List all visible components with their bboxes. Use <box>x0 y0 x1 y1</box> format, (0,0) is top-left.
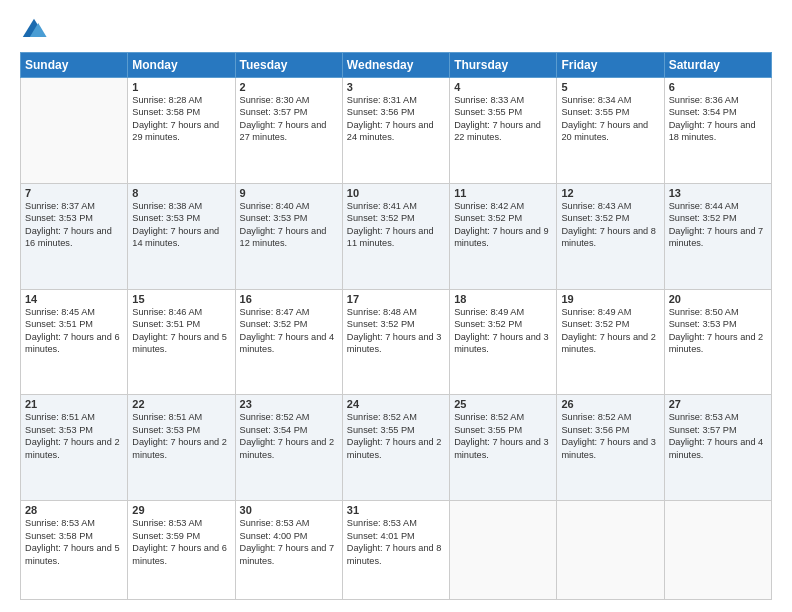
day-number: 5 <box>561 81 659 93</box>
calendar-body: 1Sunrise: 8:28 AMSunset: 3:58 PMDaylight… <box>21 78 772 600</box>
day-info: Sunrise: 8:43 AMSunset: 3:52 PMDaylight:… <box>561 200 659 250</box>
calendar-cell: 15Sunrise: 8:46 AMSunset: 3:51 PMDayligh… <box>128 289 235 395</box>
calendar-week-row: 21Sunrise: 8:51 AMSunset: 3:53 PMDayligh… <box>21 395 772 501</box>
calendar-cell: 3Sunrise: 8:31 AMSunset: 3:56 PMDaylight… <box>342 78 449 184</box>
day-number: 13 <box>669 187 767 199</box>
day-number: 2 <box>240 81 338 93</box>
day-number: 11 <box>454 187 552 199</box>
calendar-cell: 30Sunrise: 8:53 AMSunset: 4:00 PMDayligh… <box>235 501 342 600</box>
calendar-cell: 12Sunrise: 8:43 AMSunset: 3:52 PMDayligh… <box>557 183 664 289</box>
calendar-cell: 5Sunrise: 8:34 AMSunset: 3:55 PMDaylight… <box>557 78 664 184</box>
day-number: 18 <box>454 293 552 305</box>
calendar-cell: 21Sunrise: 8:51 AMSunset: 3:53 PMDayligh… <box>21 395 128 501</box>
calendar-cell: 28Sunrise: 8:53 AMSunset: 3:58 PMDayligh… <box>21 501 128 600</box>
day-number: 21 <box>25 398 123 410</box>
weekday-header: Wednesday <box>342 53 449 78</box>
calendar-cell: 4Sunrise: 8:33 AMSunset: 3:55 PMDaylight… <box>450 78 557 184</box>
calendar-cell: 25Sunrise: 8:52 AMSunset: 3:55 PMDayligh… <box>450 395 557 501</box>
day-number: 16 <box>240 293 338 305</box>
calendar-cell: 20Sunrise: 8:50 AMSunset: 3:53 PMDayligh… <box>664 289 771 395</box>
day-info: Sunrise: 8:52 AMSunset: 3:55 PMDaylight:… <box>347 411 445 461</box>
calendar-cell: 19Sunrise: 8:49 AMSunset: 3:52 PMDayligh… <box>557 289 664 395</box>
day-info: Sunrise: 8:51 AMSunset: 3:53 PMDaylight:… <box>132 411 230 461</box>
calendar-table: SundayMondayTuesdayWednesdayThursdayFrid… <box>20 52 772 600</box>
day-number: 26 <box>561 398 659 410</box>
day-info: Sunrise: 8:31 AMSunset: 3:56 PMDaylight:… <box>347 94 445 144</box>
weekday-header: Friday <box>557 53 664 78</box>
calendar-cell: 31Sunrise: 8:53 AMSunset: 4:01 PMDayligh… <box>342 501 449 600</box>
logo <box>20 16 50 44</box>
calendar-cell: 23Sunrise: 8:52 AMSunset: 3:54 PMDayligh… <box>235 395 342 501</box>
calendar-cell <box>21 78 128 184</box>
calendar-cell <box>664 501 771 600</box>
calendar-cell: 16Sunrise: 8:47 AMSunset: 3:52 PMDayligh… <box>235 289 342 395</box>
day-number: 1 <box>132 81 230 93</box>
calendar-header-row: SundayMondayTuesdayWednesdayThursdayFrid… <box>21 53 772 78</box>
day-info: Sunrise: 8:53 AMSunset: 3:58 PMDaylight:… <box>25 517 123 567</box>
day-info: Sunrise: 8:52 AMSunset: 3:56 PMDaylight:… <box>561 411 659 461</box>
calendar-cell: 10Sunrise: 8:41 AMSunset: 3:52 PMDayligh… <box>342 183 449 289</box>
page: SundayMondayTuesdayWednesdayThursdayFrid… <box>0 0 792 612</box>
day-info: Sunrise: 8:51 AMSunset: 3:53 PMDaylight:… <box>25 411 123 461</box>
day-number: 28 <box>25 504 123 516</box>
day-info: Sunrise: 8:52 AMSunset: 3:55 PMDaylight:… <box>454 411 552 461</box>
calendar-cell <box>557 501 664 600</box>
calendar-cell: 26Sunrise: 8:52 AMSunset: 3:56 PMDayligh… <box>557 395 664 501</box>
day-info: Sunrise: 8:53 AMSunset: 3:57 PMDaylight:… <box>669 411 767 461</box>
day-number: 23 <box>240 398 338 410</box>
day-number: 27 <box>669 398 767 410</box>
calendar-cell: 8Sunrise: 8:38 AMSunset: 3:53 PMDaylight… <box>128 183 235 289</box>
day-number: 30 <box>240 504 338 516</box>
day-number: 8 <box>132 187 230 199</box>
day-info: Sunrise: 8:40 AMSunset: 3:53 PMDaylight:… <box>240 200 338 250</box>
day-info: Sunrise: 8:50 AMSunset: 3:53 PMDaylight:… <box>669 306 767 356</box>
day-info: Sunrise: 8:49 AMSunset: 3:52 PMDaylight:… <box>454 306 552 356</box>
calendar-cell: 11Sunrise: 8:42 AMSunset: 3:52 PMDayligh… <box>450 183 557 289</box>
day-info: Sunrise: 8:45 AMSunset: 3:51 PMDaylight:… <box>25 306 123 356</box>
day-info: Sunrise: 8:28 AMSunset: 3:58 PMDaylight:… <box>132 94 230 144</box>
day-number: 25 <box>454 398 552 410</box>
day-number: 17 <box>347 293 445 305</box>
calendar-cell: 13Sunrise: 8:44 AMSunset: 3:52 PMDayligh… <box>664 183 771 289</box>
day-info: Sunrise: 8:37 AMSunset: 3:53 PMDaylight:… <box>25 200 123 250</box>
day-number: 29 <box>132 504 230 516</box>
calendar-week-row: 1Sunrise: 8:28 AMSunset: 3:58 PMDaylight… <box>21 78 772 184</box>
day-info: Sunrise: 8:30 AMSunset: 3:57 PMDaylight:… <box>240 94 338 144</box>
day-info: Sunrise: 8:41 AMSunset: 3:52 PMDaylight:… <box>347 200 445 250</box>
day-number: 15 <box>132 293 230 305</box>
calendar-cell: 7Sunrise: 8:37 AMSunset: 3:53 PMDaylight… <box>21 183 128 289</box>
calendar-cell: 22Sunrise: 8:51 AMSunset: 3:53 PMDayligh… <box>128 395 235 501</box>
day-number: 19 <box>561 293 659 305</box>
day-info: Sunrise: 8:53 AMSunset: 4:00 PMDaylight:… <box>240 517 338 567</box>
day-info: Sunrise: 8:47 AMSunset: 3:52 PMDaylight:… <box>240 306 338 356</box>
calendar-cell <box>450 501 557 600</box>
calendar-cell: 29Sunrise: 8:53 AMSunset: 3:59 PMDayligh… <box>128 501 235 600</box>
day-number: 4 <box>454 81 552 93</box>
day-number: 24 <box>347 398 445 410</box>
weekday-header: Monday <box>128 53 235 78</box>
day-info: Sunrise: 8:44 AMSunset: 3:52 PMDaylight:… <box>669 200 767 250</box>
day-info: Sunrise: 8:42 AMSunset: 3:52 PMDaylight:… <box>454 200 552 250</box>
day-number: 3 <box>347 81 445 93</box>
day-number: 12 <box>561 187 659 199</box>
weekday-header: Sunday <box>21 53 128 78</box>
day-number: 6 <box>669 81 767 93</box>
calendar-cell: 27Sunrise: 8:53 AMSunset: 3:57 PMDayligh… <box>664 395 771 501</box>
day-info: Sunrise: 8:53 AMSunset: 3:59 PMDaylight:… <box>132 517 230 567</box>
calendar-cell: 2Sunrise: 8:30 AMSunset: 3:57 PMDaylight… <box>235 78 342 184</box>
calendar-cell: 18Sunrise: 8:49 AMSunset: 3:52 PMDayligh… <box>450 289 557 395</box>
day-info: Sunrise: 8:38 AMSunset: 3:53 PMDaylight:… <box>132 200 230 250</box>
day-number: 14 <box>25 293 123 305</box>
day-number: 9 <box>240 187 338 199</box>
calendar-cell: 6Sunrise: 8:36 AMSunset: 3:54 PMDaylight… <box>664 78 771 184</box>
calendar-cell: 24Sunrise: 8:52 AMSunset: 3:55 PMDayligh… <box>342 395 449 501</box>
calendar-cell: 17Sunrise: 8:48 AMSunset: 3:52 PMDayligh… <box>342 289 449 395</box>
day-info: Sunrise: 8:46 AMSunset: 3:51 PMDaylight:… <box>132 306 230 356</box>
logo-icon <box>20 16 48 44</box>
header <box>20 16 772 44</box>
calendar-cell: 9Sunrise: 8:40 AMSunset: 3:53 PMDaylight… <box>235 183 342 289</box>
weekday-header: Saturday <box>664 53 771 78</box>
calendar-cell: 14Sunrise: 8:45 AMSunset: 3:51 PMDayligh… <box>21 289 128 395</box>
day-info: Sunrise: 8:52 AMSunset: 3:54 PMDaylight:… <box>240 411 338 461</box>
day-info: Sunrise: 8:36 AMSunset: 3:54 PMDaylight:… <box>669 94 767 144</box>
